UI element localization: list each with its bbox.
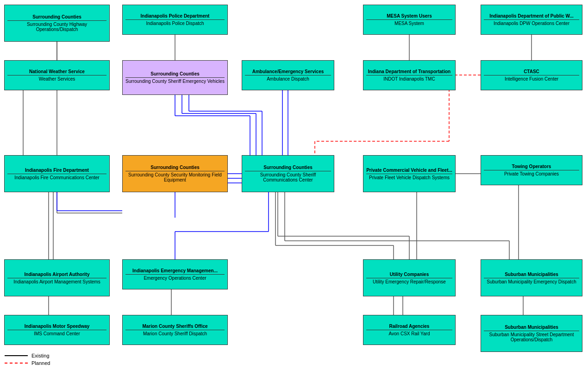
node-header-ipd: Indianapolis Police Department [125,13,225,20]
node-header-ambulance: Ambulance/Emergency Services [245,69,331,75]
node-sc-highway[interactable]: Surrounding CountiesSurrounding County H… [4,5,110,42]
node-body-dpw: Indianapolis DPW Operations Center [494,21,569,26]
node-body-nws: Weather Services [39,76,75,82]
node-header-indot: Indiana Department of Transportation [366,69,452,75]
node-header-sc-sheriff-comm: Surrounding Counties [245,165,331,171]
node-header-ims: Indianapolis Motor Speedway [7,324,106,330]
node-body-towing: Private Towing Companies [504,171,559,176]
node-sc-sheriff-vehicles[interactable]: Surrounding CountiesSurrounding County S… [122,60,228,95]
node-utility[interactable]: Utility CompaniesUtility Emergency Repai… [363,259,456,296]
node-header-mesa: MESA System Users [366,13,452,20]
node-header-railroad: Railroad Agencies [366,324,452,330]
node-ifd[interactable]: Indianapolis Fire DepartmentIndianapolis… [4,155,110,192]
node-mcso[interactable]: Marion County Sheriffs OfficeMarion Coun… [122,315,228,345]
node-header-suburban-street: Suburban Municipalities [484,325,579,331]
node-body-private-fleet: Private Fleet Vehicle Dispatch Systems [369,175,450,180]
node-body-mcso: Marion County Sheriff Dispatch [143,331,207,336]
node-ipd[interactable]: Indianapolis Police DepartmentIndianapol… [122,5,228,35]
node-suburban-street[interactable]: Suburban MunicipalitiesSuburban Municipa… [481,315,582,352]
node-body-ctasc: Intelligence Fusion Center [505,76,558,82]
node-header-ctasc: CTASC [484,69,579,75]
node-body-ambulance: Ambulance Dispatch [267,76,309,82]
node-body-suburban-dispatch: Suburban Municipality Emergency Dispatch [487,279,576,284]
legend: Existing Planned [5,353,50,366]
node-private-fleet[interactable]: Private Commercial Vehicle and Fleet...P… [363,155,456,192]
node-header-nws: National Weather Service [7,69,106,75]
node-sc-security[interactable]: Surrounding CountiesSurrounding County S… [122,155,228,192]
node-body-sc-security: Surrounding County Security Monitoring F… [125,172,225,182]
node-body-iema: Emergency Operations Center [144,276,206,281]
node-suburban-dispatch[interactable]: Suburban MunicipalitiesSuburban Municipa… [481,259,582,296]
node-header-towing: Towing Operators [484,164,579,170]
node-dpw[interactable]: Indianapolis Department of Public W...In… [481,5,582,35]
node-header-mcso: Marion County Sheriffs Office [125,324,225,330]
node-body-utility: Utility Emergency Repair/Response [373,279,446,284]
node-iema[interactable]: Indianapolis Emergency Managemen...Emerg… [122,259,228,289]
node-mesa[interactable]: MESA System UsersMESA System [363,5,456,35]
node-header-sc-highway: Surrounding Counties [7,14,106,21]
node-railroad[interactable]: Railroad AgenciesAvon CSX Rail Yard [363,315,456,345]
node-header-private-fleet: Private Commercial Vehicle and Fleet... [366,168,452,174]
node-body-railroad: Avon CSX Rail Yard [389,331,430,336]
node-header-utility: Utility Companies [366,272,452,278]
planned-label: Planned [31,360,50,366]
legend-planned: Planned [5,360,50,366]
node-body-airport: Indianapolis Airport Management Systems [13,279,100,284]
node-body-suburban-street: Suburban Municipality Street Department … [484,332,579,342]
node-nws[interactable]: National Weather ServiceWeather Services [4,60,110,90]
node-body-ipd: Indianapolis Police Dispatch [146,21,204,26]
node-sc-sheriff-comm[interactable]: Surrounding CountiesSurrounding County S… [242,155,334,192]
node-body-ims: IMS Command Center [34,331,80,336]
node-header-suburban-dispatch: Suburban Municipalities [484,272,579,278]
planned-line [5,363,28,364]
node-body-sc-highway: Surrounding County Highway Operations/Di… [7,22,106,32]
node-body-indot: INDOT Indianapolis TMC [383,76,435,82]
node-body-ifd: Indianapolis Fire Communications Center [14,175,99,180]
node-body-mesa: MESA System [394,21,424,26]
node-header-ifd: Indianapolis Fire Department [7,168,106,174]
node-towing[interactable]: Towing OperatorsPrivate Towing Companies [481,155,582,185]
node-header-sc-security: Surrounding Counties [125,165,225,171]
node-ambulance[interactable]: Ambulance/Emergency ServicesAmbulance Di… [242,60,334,90]
existing-line [5,355,28,356]
node-airport[interactable]: Indianapolis Airport AuthorityIndianapol… [4,259,110,296]
node-header-sc-sheriff-vehicles: Surrounding Counties [125,71,225,78]
node-header-dpw: Indianapolis Department of Public W... [484,13,579,20]
node-indot[interactable]: Indiana Department of TransportationINDO… [363,60,456,90]
node-ims[interactable]: Indianapolis Motor SpeedwayIMS Command C… [4,315,110,345]
node-header-airport: Indianapolis Airport Authority [7,272,106,278]
node-body-sc-sheriff-comm: Surrounding County Sheriff Communication… [245,172,331,182]
existing-label: Existing [31,353,50,358]
node-body-sc-sheriff-vehicles: Surrounding County Sheriff Emergency Veh… [125,79,225,84]
diagram-container: Surrounding CountiesSurrounding County H… [0,0,588,370]
node-ctasc[interactable]: CTASCIntelligence Fusion Center [481,60,582,90]
node-header-iema: Indianapolis Emergency Managemen... [125,268,225,275]
legend-existing: Existing [5,353,50,358]
